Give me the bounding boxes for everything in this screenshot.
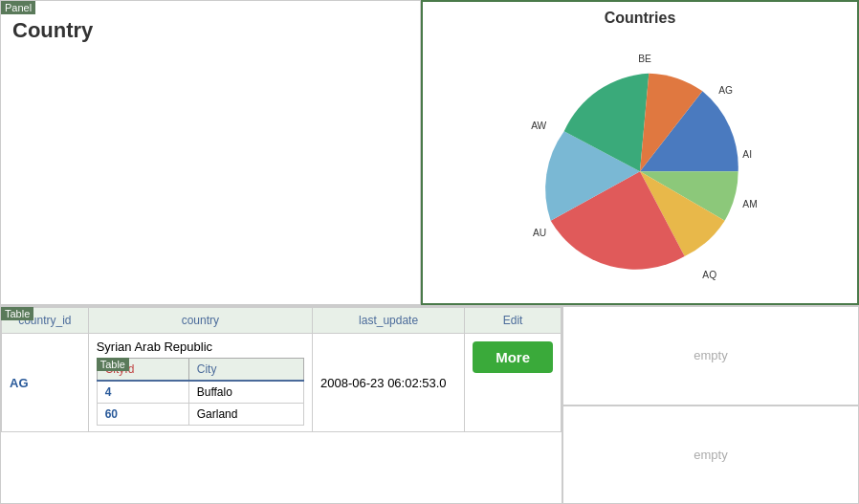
cell-last-update: 2008-06-23 06:02:53.0	[313, 334, 465, 432]
sub-cell-city-2: Garland	[188, 404, 303, 426]
bottom-right: empty empty	[562, 306, 859, 504]
sub-col-city: City	[188, 359, 303, 382]
table-row: AG Syrian Arab Republic Table CityId	[2, 334, 562, 432]
main-container: Panel Country Countries	[0, 0, 859, 504]
panel-label: Panel	[1, 1, 35, 14]
empty-label-bottom: empty	[694, 448, 727, 462]
col-edit: Edit	[465, 308, 562, 334]
cell-country-id: AG	[2, 334, 89, 432]
label-aw: AW	[531, 121, 546, 131]
main-table-header-row: country_id country last_update Edit	[2, 308, 562, 334]
sub-cell-cityid-2: 60	[97, 404, 188, 426]
cell-country-name: Syrian Arab Republic Table CityId City	[88, 334, 312, 432]
empty-label-top: empty	[694, 348, 727, 362]
top-section: Panel Country Countries	[0, 0, 859, 306]
label-aq: AQ	[702, 270, 716, 280]
sub-cell-city-1: Buffalo	[188, 381, 303, 404]
more-button[interactable]: More	[473, 341, 553, 373]
label-au: AU	[533, 228, 546, 238]
sub-table-wrapper: Table CityId City	[97, 358, 304, 426]
panel-title: Country	[1, 1, 420, 53]
sub-table-row: 4 Buffalo	[97, 381, 303, 404]
chart-container: AG AI AM AQ AU AW BE	[423, 31, 857, 294]
left-panel: Panel Country	[0, 0, 421, 305]
main-table-label: Table	[1, 307, 33, 320]
empty-cell-top: empty	[562, 306, 859, 405]
sub-table-row: 60 Garland	[97, 404, 303, 426]
col-country: country	[88, 308, 312, 334]
bottom-section: Table country_id country last_update Edi…	[0, 306, 859, 504]
label-am: AM	[742, 198, 757, 208]
label-ag: AG	[718, 85, 733, 96]
chart-panel: Countries	[421, 0, 859, 305]
pie-chart: AG AI AM AQ AU AW BE	[506, 38, 774, 287]
sub-cell-cityid-1: 4	[97, 381, 188, 404]
label-ai: AI	[742, 149, 752, 160]
col-last-update: last_update	[313, 308, 465, 334]
chart-title: Countries	[423, 2, 857, 31]
cell-edit: More	[465, 334, 562, 432]
country-name-text: Syrian Arab Republic	[97, 340, 304, 354]
sub-table-label: Table	[97, 358, 129, 371]
main-table-container: Table country_id country last_update Edi…	[0, 306, 562, 504]
empty-cell-bottom: empty	[562, 405, 859, 505]
main-table: country_id country last_update Edit AG S…	[1, 307, 562, 432]
label-be: BE	[638, 53, 651, 63]
